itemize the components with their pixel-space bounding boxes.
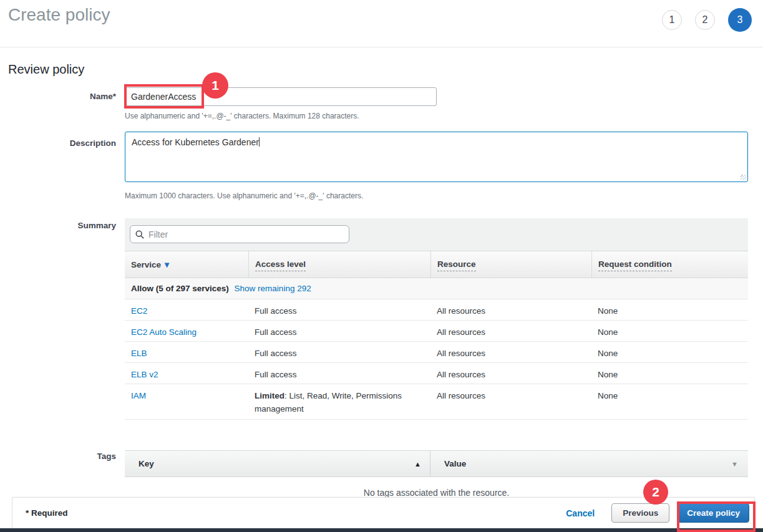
- tags-key-column-header[interactable]: Key ▲: [125, 451, 430, 476]
- name-label: Name*: [0, 92, 116, 101]
- policy-description-textarea[interactable]: Access for Kubernetes Gardener: [125, 132, 748, 182]
- text-cursor: [259, 137, 260, 147]
- policy-name-input[interactable]: [125, 87, 437, 106]
- service-link[interactable]: EC2: [131, 306, 147, 316]
- table-row: ELB Full access All resources None: [125, 342, 748, 363]
- name-help-text: Use alphanumeric and '+=,.@-_' character…: [125, 112, 359, 120]
- bottom-navy-bar: [0, 528, 763, 532]
- sort-ascending-icon[interactable]: ▲: [414, 460, 421, 468]
- required-note: * Required: [26, 508, 68, 518]
- search-icon: [135, 230, 144, 239]
- description-label: Description: [0, 138, 116, 148]
- description-value: Access for Kubernetes Gardener: [132, 137, 259, 147]
- table-row: EC2 Auto Scaling Full access All resourc…: [125, 321, 748, 342]
- service-link[interactable]: EC2 Auto Scaling: [131, 327, 197, 337]
- sort-descending-icon[interactable]: ▼: [731, 460, 738, 468]
- filter-input-wrapper[interactable]: [130, 225, 349, 243]
- step-indicator: 1 2 3: [662, 7, 752, 32]
- summary-label: Summary: [0, 221, 116, 230]
- review-policy-title: Review policy: [8, 62, 84, 77]
- resize-grip[interactable]: [741, 175, 746, 180]
- table-row: IAM Limited: List, Read, Write, Permissi…: [125, 384, 748, 420]
- service-link[interactable]: ELB v2: [131, 370, 158, 379]
- show-remaining-link[interactable]: Show remaining 292: [235, 284, 311, 293]
- table-row: ELB v2 Full access All resources None: [125, 363, 748, 384]
- tags-label: Tags: [0, 452, 116, 461]
- cancel-link[interactable]: Cancel: [566, 508, 595, 518]
- create-policy-page: Create policy 1 2 3 Review policy Name* …: [0, 0, 763, 532]
- step-3-active: 3: [728, 8, 752, 32]
- column-header-access-level[interactable]: Access level: [248, 251, 430, 278]
- header-divider: [0, 47, 763, 47]
- table-row: EC2 Full access All resources None: [125, 299, 748, 321]
- filter-bar: [125, 218, 748, 251]
- page-title: Create policy: [8, 5, 110, 25]
- step-1: 1: [662, 10, 682, 30]
- footer-action-bar: * Required Cancel Previous Create policy: [12, 497, 755, 528]
- previous-button[interactable]: Previous: [611, 503, 669, 523]
- chevron-down-icon[interactable]: ▾: [165, 259, 169, 269]
- footer-actions: Cancel Previous Create policy: [566, 503, 749, 523]
- service-link[interactable]: ELB: [131, 349, 147, 358]
- tags-value-column-header[interactable]: Value ▼: [430, 451, 748, 476]
- summary-panel: Service▾ Access level Resource Request c…: [125, 218, 748, 420]
- allow-group-row: Allow (5 of 297 services) Show remaining…: [125, 278, 748, 299]
- description-help-text: Maximum 1000 characters. Use alphanumeri…: [125, 191, 363, 200]
- column-header-resource[interactable]: Resource: [430, 251, 591, 278]
- service-link[interactable]: IAM: [131, 391, 146, 400]
- create-policy-button[interactable]: Create policy: [678, 503, 749, 523]
- step-2: 2: [695, 10, 715, 30]
- column-header-request-condition[interactable]: Request condition: [591, 251, 748, 278]
- tags-table-header: Key ▲ Value ▼: [125, 450, 748, 477]
- no-tags-message: No tags associated with the resource.: [125, 488, 748, 498]
- summary-table-header: Service▾ Access level Resource Request c…: [125, 251, 748, 278]
- allow-group-label: Allow (5 of 297 services): [131, 284, 229, 293]
- column-header-service[interactable]: Service▾: [125, 251, 248, 278]
- filter-input[interactable]: [148, 230, 344, 239]
